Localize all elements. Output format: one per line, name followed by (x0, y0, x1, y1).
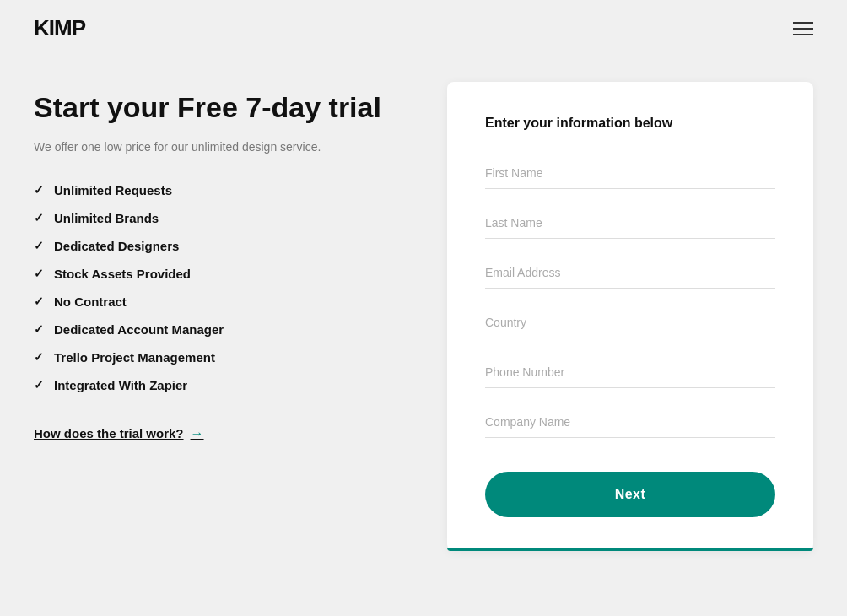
feature-item: ✓Dedicated Account Manager (34, 322, 397, 337)
check-icon: ✓ (34, 183, 44, 197)
feature-label: Trello Project Management (54, 350, 215, 365)
form-group-last-name (485, 206, 775, 251)
first-name-input[interactable] (485, 156, 775, 189)
feature-item: ✓No Contract (34, 294, 397, 309)
form-card: Enter your information below Next (447, 82, 813, 551)
feature-label: Dedicated Designers (54, 239, 179, 253)
form-group-country (485, 305, 775, 350)
feature-item: ✓Unlimited Brands (34, 211, 397, 225)
left-panel: Start your Free 7-day trial We offer one… (34, 82, 397, 441)
check-icon: ✓ (34, 294, 44, 308)
main-content: Start your Free 7-day trial We offer one… (0, 57, 847, 585)
form-group-phone-number (485, 355, 775, 400)
form-title: Enter your information below (485, 116, 775, 131)
right-panel: Enter your information below Next (447, 82, 813, 551)
form-group-first-name (485, 156, 775, 201)
trial-link[interactable]: How does the trial work? → (34, 426, 397, 441)
hamburger-line-2 (793, 28, 813, 30)
logo: KIMP (34, 15, 85, 41)
check-icon: ✓ (34, 350, 44, 364)
feature-item: ✓Trello Project Management (34, 350, 397, 365)
feature-label: No Contract (54, 294, 127, 309)
check-icon: ✓ (34, 322, 44, 336)
feature-item: ✓Integrated With Zapier (34, 378, 397, 392)
phone-number-input[interactable] (485, 355, 775, 388)
country-input[interactable] (485, 305, 775, 338)
feature-label: Unlimited Requests (54, 183, 172, 197)
menu-button[interactable] (793, 22, 813, 35)
last-name-input[interactable] (485, 206, 775, 239)
trial-link-text: How does the trial work? (34, 426, 184, 440)
check-icon: ✓ (34, 378, 44, 392)
feature-item: ✓Dedicated Designers (34, 239, 397, 253)
arrow-icon: → (191, 426, 204, 441)
hamburger-line-3 (793, 34, 813, 35)
check-icon: ✓ (34, 239, 44, 252)
feature-item: ✓Stock Assets Provided (34, 267, 397, 281)
feature-label: Integrated With Zapier (54, 378, 187, 392)
feature-label: Dedicated Account Manager (54, 322, 224, 337)
check-icon: ✓ (34, 211, 44, 224)
check-icon: ✓ (34, 267, 44, 280)
form-fields (485, 156, 775, 450)
feature-label: Stock Assets Provided (54, 267, 191, 281)
features-list: ✓Unlimited Requests✓Unlimited Brands✓Ded… (34, 183, 397, 392)
feature-label: Unlimited Brands (54, 211, 159, 225)
feature-item: ✓Unlimited Requests (34, 183, 397, 197)
form-group-company-name (485, 405, 775, 450)
next-button[interactable]: Next (485, 472, 775, 517)
hamburger-line-1 (793, 22, 813, 24)
subtitle: We offer one low price for our unlimited… (34, 138, 397, 156)
form-group-email-address (485, 256, 775, 300)
company-name-input[interactable] (485, 405, 775, 438)
email-address-input[interactable] (485, 256, 775, 289)
page-title: Start your Free 7-day trial (34, 90, 397, 125)
site-header: KIMP (0, 0, 847, 57)
